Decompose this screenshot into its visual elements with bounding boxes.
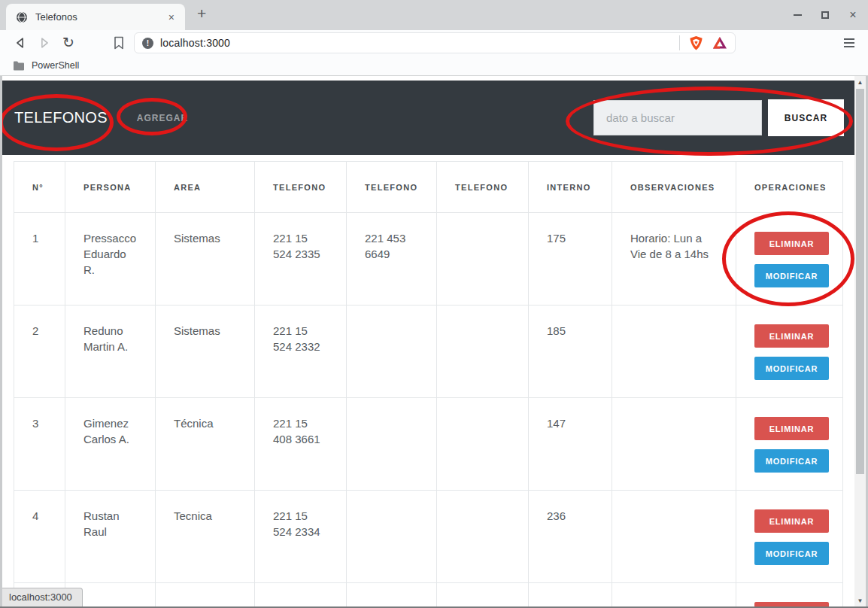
column-header: PERSONA [65, 162, 156, 213]
cell-observaciones [612, 583, 736, 607]
window-controls: × [791, 0, 859, 30]
tab-title: Telefonos [35, 11, 165, 23]
cell-operations: ELIMINARMODIFICAR [736, 398, 843, 491]
cell-tel2 [347, 398, 437, 491]
site-info-icon[interactable]: ! [142, 38, 153, 49]
scrollbar[interactable]: ▲ ▼ [854, 76, 866, 606]
cell-tel2 [347, 306, 437, 398]
cell-persona: Pressacco Eduardo R. [65, 213, 156, 306]
bookmarks-bar: PowerShell [0, 56, 868, 76]
maximize-button[interactable] [819, 9, 831, 21]
cell-observaciones [612, 398, 736, 491]
cell-interno: 236 [529, 491, 612, 583]
modify-button[interactable]: MODIFICAR [754, 449, 829, 473]
globe-icon [16, 11, 28, 23]
cell-tel3 [437, 306, 529, 398]
phone-table: N°PERSONAAREATELEFONOTELEFONOTELEFONOINT… [14, 161, 843, 606]
cell-tel1: 221 15 524 2334 [255, 491, 347, 583]
cell-operations: ELIMINARMODIFICAR [736, 491, 843, 583]
folder-icon [13, 61, 25, 71]
cell-n: 4 [14, 491, 65, 583]
cell-tel1: 221 15 408 3661 [255, 398, 347, 491]
scrollbar-thumb[interactable] [856, 89, 864, 474]
cell-n: 1 [14, 213, 65, 306]
modify-button[interactable]: MODIFICAR [754, 357, 829, 380]
address-bar[interactable]: ! localhost:3000 [134, 32, 736, 53]
cell-interno: 185 [529, 306, 612, 398]
tab-close-icon[interactable]: × [165, 11, 178, 24]
cell-tel2 [347, 583, 437, 607]
cell-interno: 147 [529, 398, 612, 491]
cell-tel1: 221 15 524 2332 [255, 306, 347, 398]
bookmark-item-powershell[interactable]: PowerShell [32, 60, 79, 71]
buscar-button[interactable]: BUSCAR [768, 99, 844, 136]
cell-operations: ELIMINARMODIFICAR [736, 583, 843, 607]
column-header: TELEFONO [255, 162, 347, 213]
table-row: 2Reduno Martin A.Sistemas221 15 524 2332… [14, 306, 843, 398]
delete-button[interactable]: ELIMINAR [754, 509, 829, 533]
url-text[interactable]: localhost:3000 [160, 37, 230, 49]
cell-persona: Reduno Martin A. [65, 306, 156, 398]
cell-tel3 [437, 398, 529, 491]
cell-tel2: 221 453 6649 [347, 213, 437, 306]
back-arrow-icon[interactable] [11, 34, 29, 52]
cell-persona: Gimenez Carlos A. [65, 398, 156, 491]
cell-n: 2 [14, 306, 65, 398]
cell-persona: Rustan Raul [65, 491, 156, 583]
modify-button[interactable]: MODIFICAR [754, 264, 829, 287]
cell-n: 3 [14, 398, 65, 491]
cell-area: Sistemas [156, 213, 255, 306]
delete-button[interactable]: ELIMINAR [754, 324, 829, 348]
forward-arrow-icon[interactable] [35, 34, 53, 52]
cell-area: Sistemas [156, 306, 255, 398]
app-navbar: TELEFONOS AGREGAR BUSCAR [2, 81, 854, 155]
column-header: N° [14, 162, 65, 213]
navbar-link-agregar[interactable]: AGREGAR [137, 113, 188, 123]
cell-operations: ELIMINARMODIFICAR [736, 213, 843, 306]
cell-area: Técnica [156, 398, 255, 491]
cell-tel3 [437, 583, 529, 607]
browser-titlebar: Telefonos × + × [0, 0, 868, 30]
cell-tel3 [437, 491, 529, 583]
column-header: INTERNO [529, 162, 612, 213]
column-header: TELEFONO [437, 162, 529, 213]
cell-observaciones [612, 306, 736, 398]
cell-tel2 [347, 491, 437, 583]
modify-button[interactable]: MODIFICAR [754, 542, 829, 565]
table-header-row: N°PERSONAAREATELEFONOTELEFONOTELEFONOINT… [14, 162, 843, 213]
close-button[interactable]: × [847, 9, 859, 21]
status-bubble: localhost:3000 [2, 588, 83, 606]
table-row: ELIMINARMODIFICAR [14, 583, 843, 607]
address-separator [679, 35, 680, 50]
table-row: 4Rustan RaulTecnica221 15 524 2334236ELI… [14, 491, 843, 583]
cell-area [156, 583, 255, 607]
column-header: OBSERVACIONES [612, 162, 736, 213]
bookmark-ribbon-icon[interactable] [110, 34, 128, 52]
delete-button[interactable]: ELIMINAR [754, 417, 829, 440]
column-header: TELEFONO [347, 162, 437, 213]
cell-observaciones: Horario: Lun a Vie de 8 a 14hs [612, 213, 736, 306]
hamburger-menu-icon[interactable] [844, 36, 857, 50]
cell-tel1 [255, 583, 347, 607]
table-row: 1Pressacco Eduardo R.Sistemas221 15 524 … [14, 213, 843, 306]
reload-icon[interactable]: ↻ [59, 34, 77, 52]
cell-interno [529, 583, 612, 607]
minimize-button[interactable] [791, 9, 803, 21]
new-tab-button[interactable]: + [193, 5, 211, 23]
delete-button[interactable]: ELIMINAR [754, 232, 829, 255]
scroll-up-arrow-icon[interactable]: ▲ [854, 76, 866, 88]
cell-observaciones [612, 491, 736, 583]
search-input[interactable] [593, 100, 762, 135]
cell-interno: 175 [529, 213, 612, 306]
scroll-down-arrow-icon[interactable]: ▼ [854, 594, 866, 606]
navbar-brand[interactable]: TELEFONOS [14, 109, 108, 126]
column-header: AREA [156, 162, 255, 213]
bat-triangle-icon[interactable] [712, 36, 727, 50]
cell-tel1: 221 15 524 2335 [255, 213, 347, 306]
browser-tab[interactable]: Telefonos × [6, 4, 185, 30]
brave-shield-icon[interactable] [689, 35, 703, 51]
cell-tel3 [437, 213, 529, 306]
cell-area: Tecnica [156, 491, 255, 583]
cell-operations: ELIMINARMODIFICAR [736, 306, 843, 398]
table-row: 3Gimenez Carlos A.Técnica221 15 408 3661… [14, 398, 843, 491]
